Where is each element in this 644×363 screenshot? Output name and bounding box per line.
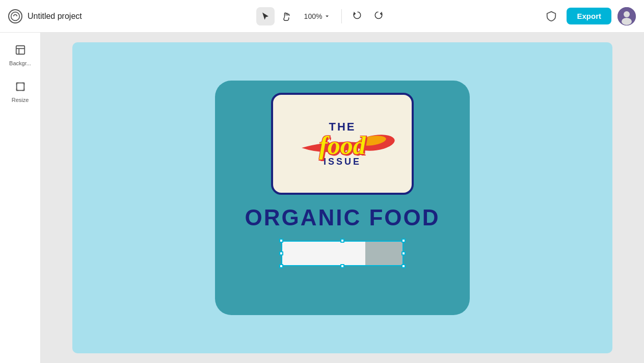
food-text: food (319, 133, 366, 158)
avatar[interactable] (618, 7, 636, 25)
toolbar-center: 100% (256, 7, 388, 25)
food-card[interactable]: THE food ISSUE (215, 81, 470, 315)
sidebar-item-background[interactable]: Backgr... (4, 39, 37, 71)
sidebar-resize-label: Resize (12, 97, 29, 103)
organic-food-text: ORGANIC FOOD (245, 205, 440, 230)
canvas-area[interactable]: THE food ISSUE (41, 33, 644, 363)
redo-button[interactable] (369, 7, 388, 25)
handle-mid-left[interactable] (279, 251, 283, 255)
zoom-level: 100% (304, 12, 323, 20)
box-white-section (282, 242, 365, 265)
export-button[interactable]: Export (567, 8, 611, 24)
sidebar-item-resize[interactable]: Resize (4, 75, 37, 108)
sidebar-background-label: Backgr... (9, 60, 31, 66)
box-gray-section (365, 242, 403, 265)
handle-bottom-left[interactable] (279, 264, 283, 268)
zoom-control[interactable]: 100% (299, 10, 336, 22)
undo-button[interactable] (348, 7, 366, 25)
logo-box: THE food ISSUE (271, 93, 414, 195)
hand-tool-button[interactable] (278, 7, 296, 25)
canvas[interactable]: THE food ISSUE (72, 42, 612, 353)
project-title: Untitled project (28, 12, 82, 21)
handle-mid-right[interactable] (401, 251, 406, 255)
select-tool-button[interactable] (256, 7, 275, 25)
handle-top-right[interactable] (401, 239, 406, 243)
svg-point-1 (624, 11, 630, 17)
selected-box (281, 241, 404, 266)
resize-icon (15, 81, 26, 95)
app-logo-icon (8, 9, 22, 23)
handle-top-left[interactable] (279, 239, 283, 243)
sidebar: Backgr... Resize (0, 33, 41, 363)
toolbar-right: Export (388, 7, 636, 25)
svg-point-2 (622, 18, 632, 25)
svg-rect-3 (16, 45, 24, 54)
shield-icon[interactable] (542, 7, 560, 25)
main: Backgr... Resize THE (0, 33, 644, 363)
background-icon (15, 44, 26, 58)
handle-bottom-mid[interactable] (340, 264, 344, 268)
svg-rect-6 (16, 83, 24, 90)
selected-element[interactable] (281, 241, 404, 266)
header: Untitled project 100% (0, 0, 644, 33)
logo-area: Untitled project (8, 9, 256, 23)
handle-top-mid[interactable] (340, 239, 344, 243)
handle-bottom-right[interactable] (401, 264, 406, 268)
toolbar-divider (341, 9, 342, 23)
